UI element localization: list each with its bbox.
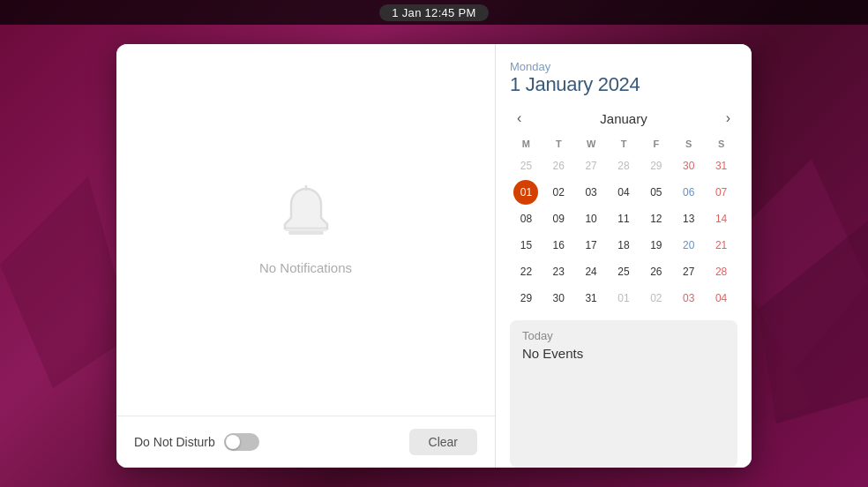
day-name: Monday [510, 60, 737, 73]
day-header-sun: S [705, 135, 737, 153]
notifications-panel: No Notifications Do Not Disturb Clear [116, 44, 496, 468]
calendar-week-4: 15161718192021 [510, 232, 737, 258]
calendar-day[interactable]: 31 [579, 286, 603, 311]
calendar-day[interactable]: 03 [579, 180, 603, 205]
prev-month-button[interactable]: ‹ [510, 109, 528, 128]
calendar-day[interactable]: 02 [644, 286, 669, 311]
notifications-content: No Notifications [116, 44, 495, 416]
calendar-week-6: 29303101020304 [510, 285, 737, 311]
calendar-day[interactable]: 18 [611, 233, 636, 258]
calendar-panel: Monday 1 January 2024 ‹ January › M T W … [496, 44, 752, 468]
calendar-day[interactable]: 16 [546, 233, 571, 258]
calendar-day[interactable]: 10 [579, 206, 603, 231]
calendar-week-3: 08091011121314 [510, 206, 737, 232]
main-popup: No Notifications Do Not Disturb Clear Mo… [116, 44, 752, 468]
calendar-week-2: 01020304050607 [510, 179, 737, 206]
calendar-grid: M T W T F S S 25262728293031010203040506… [510, 135, 737, 311]
toggle-thumb [226, 435, 240, 449]
calendar-day[interactable]: 11 [611, 206, 636, 231]
svg-rect-7 [288, 231, 324, 235]
calendar-day[interactable]: 31 [709, 154, 734, 178]
calendar-day[interactable]: 28 [611, 154, 636, 178]
calendar-day[interactable]: 21 [709, 233, 734, 258]
svg-rect-6 [285, 229, 327, 231]
calendar-day[interactable]: 08 [513, 206, 538, 231]
calendar-day[interactable]: 02 [546, 180, 571, 205]
calendar-day[interactable]: 04 [611, 180, 636, 205]
calendar-day[interactable]: 07 [709, 180, 734, 205]
calendar-day[interactable]: 15 [513, 233, 538, 258]
month-label: January [600, 111, 647, 126]
events-section: Today No Events [510, 320, 737, 468]
top-bar: 1 Jan 12:45 PM [0, 0, 868, 25]
calendar-day[interactable]: 04 [709, 286, 734, 311]
calendar-header-date: Monday 1 January 2024 [510, 60, 737, 96]
month-nav: ‹ January › [510, 109, 737, 128]
calendar-day[interactable]: 01 [513, 180, 538, 205]
day-header-sat: S [672, 135, 705, 153]
calendar-day[interactable]: 26 [546, 154, 571, 178]
events-today-label: Today [522, 329, 725, 342]
calendar-day[interactable]: 30 [677, 154, 701, 178]
svg-marker-1 [759, 221, 868, 423]
calendar-week-5: 22232425262728 [510, 258, 737, 285]
datetime-display: 1 Jan 12:45 PM [379, 4, 488, 21]
calendar-day[interactable]: 12 [644, 206, 669, 231]
day-header-mon: M [510, 135, 542, 153]
full-date: 1 January 2024 [510, 73, 737, 96]
dnd-toggle[interactable] [224, 433, 259, 451]
calendar-day[interactable]: 20 [677, 233, 701, 258]
calendar-day[interactable]: 29 [513, 286, 538, 311]
day-header-fri: F [640, 135, 672, 153]
calendar-day[interactable]: 17 [579, 233, 603, 258]
calendar-day[interactable]: 27 [677, 259, 701, 284]
calendar-day[interactable]: 13 [677, 206, 701, 231]
notifications-footer: Do Not Disturb Clear [116, 416, 495, 468]
calendar-day[interactable]: 25 [513, 154, 538, 178]
calendar-day[interactable]: 28 [709, 259, 734, 284]
day-header-thu: T [608, 135, 640, 153]
day-header-wed: W [575, 135, 608, 153]
calendar-day[interactable]: 03 [677, 286, 701, 311]
calendar-day[interactable]: 09 [546, 206, 571, 231]
toggle-track[interactable] [224, 433, 259, 451]
no-notifications-label: No Notifications [259, 260, 352, 275]
calendar-day[interactable]: 23 [546, 259, 571, 284]
calendar-day[interactable]: 06 [677, 180, 701, 205]
calendar-day-headers: M T W T F S S [510, 135, 737, 153]
calendar-day[interactable]: 29 [644, 154, 669, 178]
calendar-day[interactable]: 30 [546, 286, 571, 311]
calendar-week-1: 25262728293031 [510, 153, 737, 179]
calendar-day[interactable]: 19 [644, 233, 669, 258]
calendar-day[interactable]: 14 [709, 206, 734, 231]
calendar-day[interactable]: 27 [579, 154, 603, 178]
calendar-day[interactable]: 26 [644, 259, 669, 284]
day-header-tue: T [542, 135, 575, 153]
clear-button[interactable]: Clear [409, 429, 477, 455]
calendar-day[interactable]: 25 [611, 259, 636, 284]
svg-marker-3 [0, 176, 132, 388]
calendar-day[interactable]: 24 [579, 259, 603, 284]
dnd-label: Do Not Disturb [134, 435, 215, 449]
calendar-weeks: 2526272829303101020304050607080910111213… [510, 153, 737, 311]
bell-icon [275, 184, 337, 250]
no-events-text: No Events [522, 346, 725, 361]
next-month-button[interactable]: › [719, 109, 737, 128]
calendar-day[interactable]: 05 [644, 180, 669, 205]
calendar-day[interactable]: 01 [611, 286, 636, 311]
calendar-day[interactable]: 22 [513, 259, 538, 284]
